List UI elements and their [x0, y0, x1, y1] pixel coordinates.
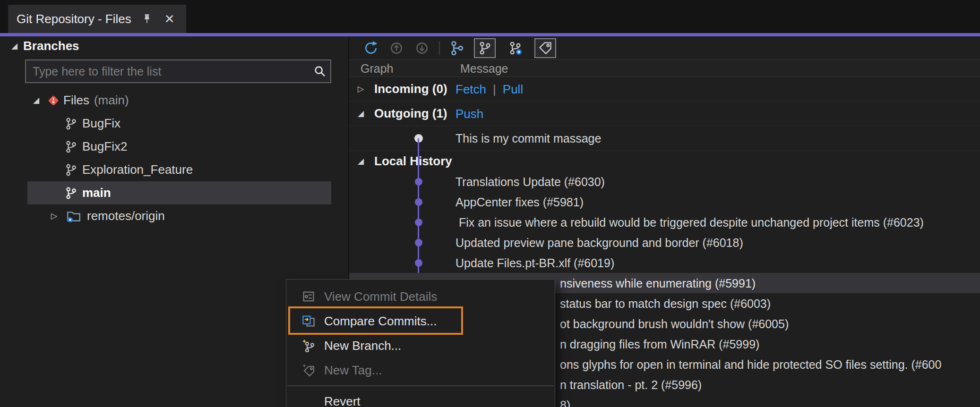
branch-filter-input[interactable]	[26, 60, 309, 82]
commit-message: n translation - pt. 2 (#5996)	[560, 378, 702, 391]
commit-row[interactable]: Update Files.pt-BR.xlf (#6019)	[349, 253, 980, 273]
compare-commits-icon	[301, 314, 317, 328]
branch-icon	[64, 140, 82, 153]
branch-filter-box	[25, 59, 331, 83]
show-tags-toggle[interactable]	[534, 38, 556, 58]
branch-label: Exploration_Feature	[82, 162, 193, 177]
branch-item-exploration-feature[interactable]: Exploration_Feature	[27, 158, 331, 181]
local-history-expander-icon[interactable]: ◢	[358, 156, 370, 166]
commit-message: AppCenter fixes (#5981)	[456, 195, 584, 209]
local-history-row[interactable]: ◢ Local History	[349, 151, 980, 171]
incoming-label: Incoming (0)	[374, 82, 447, 96]
column-headers: Graph Message	[349, 59, 980, 77]
link-separator: |	[493, 82, 496, 96]
menu-item-label: New Branch...	[324, 339, 401, 353]
menu-item-label: View Commit Details	[324, 289, 437, 304]
repo-label: Files	[63, 93, 89, 108]
branches-expander-icon[interactable]: ◢	[11, 41, 17, 51]
repo-node-files[interactable]: ◢ Files (main)	[27, 89, 331, 112]
branches-title: Branches	[23, 39, 79, 53]
incoming-row[interactable]: ▷ Incoming (0) Fetch | Pull	[349, 77, 980, 102]
commit-message: 8)	[560, 398, 570, 407]
outgoing-commit-row[interactable]: This is my commit massage	[349, 126, 980, 151]
remotes-label: remotes/origin	[87, 209, 165, 223]
search-icon	[309, 65, 330, 78]
fetch-link[interactable]: Fetch	[456, 82, 486, 96]
repo-branch-suffix: (main)	[94, 93, 129, 108]
column-header-graph: Graph	[361, 61, 393, 75]
menu-item-new-tag: New Tag...	[286, 358, 555, 382]
commit-row[interactable]: Updated preview pane background and bord…	[349, 232, 980, 253]
commit-message: Fix an issue where a rebuild would be tr…	[456, 215, 924, 229]
history-toolbar	[349, 36, 980, 59]
commit-dot	[415, 219, 422, 226]
branch-label: main	[82, 186, 111, 200]
menu-item-new-branch[interactable]: New Branch...	[286, 333, 555, 358]
menu-item-label: Revert	[324, 394, 361, 407]
commit-row[interactable]: Translations Update (#6030)	[349, 171, 980, 192]
commit-row[interactable]: AppCenter fixes (#5981)	[349, 192, 980, 212]
outgoing-row[interactable]: ◢ Outgoing (1) Push	[349, 102, 980, 126]
outgoing-expander-icon[interactable]: ◢	[358, 109, 370, 119]
branch-icon	[64, 163, 82, 177]
branch-label: BugFix2	[82, 139, 127, 154]
current-branch-icon	[64, 187, 82, 200]
incoming-expander-icon[interactable]: ▷	[358, 84, 370, 94]
branch-label: BugFix	[82, 116, 120, 131]
remotes-node[interactable]: ▷ remotes/origin	[27, 204, 331, 228]
branch-item-bugfix[interactable]: BugFix	[27, 112, 331, 135]
remotes-expander-icon[interactable]: ▷	[51, 211, 66, 221]
outgoing-commit-message: This is my commit massage	[456, 131, 601, 145]
menu-item-label: Compare Commits...	[324, 314, 437, 329]
branches-tree: ◢ Files (main) B	[0, 89, 348, 228]
commit-message: Updated preview pane background and bord…	[456, 236, 743, 249]
commit-message: n dragging files from WinRAR (#5999)	[560, 337, 759, 351]
commit-dot	[415, 239, 422, 246]
commit-dot	[415, 198, 422, 206]
close-icon[interactable]: ✕	[163, 12, 177, 26]
commit-message: Translations Update (#6030)	[456, 175, 605, 188]
commit-message: ot background brush wouldn't show (#6005…	[560, 317, 789, 331]
pull-button[interactable]	[413, 40, 430, 57]
git-repo-icon	[46, 93, 63, 108]
refresh-button[interactable]	[362, 40, 379, 57]
tab-title: Git Repository - Files	[17, 12, 131, 26]
branch-item-main[interactable]: main	[27, 181, 331, 204]
branch-item-bugfix2[interactable]: BugFix2	[27, 135, 331, 158]
column-header-message: Message	[460, 61, 508, 75]
tab-git-repository-files[interactable]: Git Repository - Files ✕	[8, 5, 186, 33]
commit-dot	[415, 178, 422, 186]
commit-row[interactable]: Fix an issue where a rebuild would be tr…	[349, 212, 980, 232]
show-remote-branches-toggle[interactable]	[504, 38, 526, 58]
menu-item-label: New Tag...	[324, 363, 382, 378]
commit-message: ons glyphs for open in terminal and hide…	[560, 357, 941, 371]
branch-icon	[64, 117, 82, 130]
git-repository-window: Git Repository - Files ✕ ◢ Branches	[0, 0, 980, 407]
tab-strip: Git Repository - Files ✕	[0, 0, 980, 33]
commit-graph-button[interactable]	[448, 40, 465, 57]
commit-message: nsiveness while enumerating (#5991)	[560, 276, 756, 290]
commit-dot	[415, 259, 422, 267]
menu-separator	[287, 385, 554, 386]
pin-icon[interactable]	[140, 12, 154, 26]
branches-header[interactable]: ◢ Branches	[11, 37, 79, 54]
context-menu: View Commit Details Compare Commits...	[286, 279, 555, 407]
push-link[interactable]: Push	[456, 106, 483, 121]
new-branch-icon	[301, 339, 317, 353]
commit-message: status bar to match design spec (#6003)	[560, 297, 771, 310]
local-history-label: Local History	[374, 154, 452, 169]
fetch-button[interactable]	[388, 40, 405, 57]
accent-border	[0, 33, 980, 36]
commit-details-icon	[301, 289, 317, 304]
commit-message: Update Files.pt-BR.xlf (#6019)	[456, 256, 614, 270]
menu-item-revert[interactable]: Revert	[286, 389, 555, 407]
menu-item-view-commit-details: View Commit Details	[286, 284, 555, 309]
remote-folder-icon	[66, 210, 87, 223]
new-tag-icon	[301, 363, 317, 377]
menu-item-compare-commits[interactable]: Compare Commits...	[286, 309, 555, 333]
repo-expander-icon[interactable]: ◢	[33, 95, 46, 105]
toolbar-separator	[439, 41, 440, 55]
pull-link[interactable]: Pull	[503, 82, 523, 96]
outgoing-label: Outgoing (1)	[374, 106, 447, 121]
show-local-branches-toggle[interactable]	[474, 38, 496, 58]
